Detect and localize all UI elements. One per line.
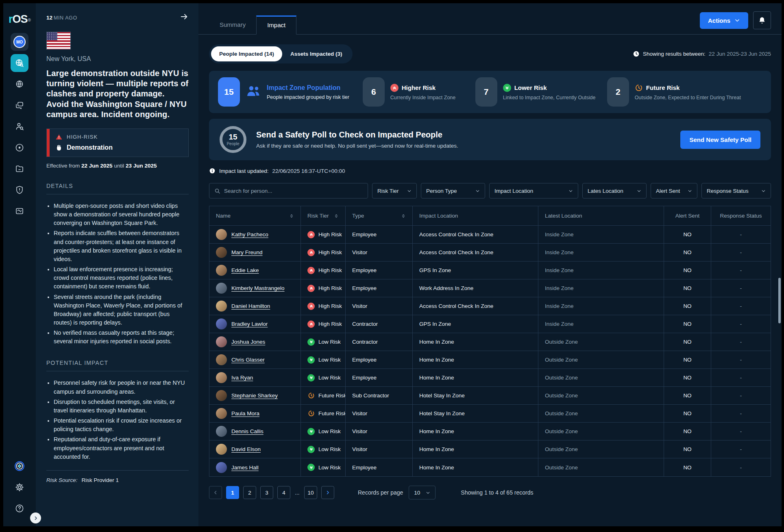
person-name-link[interactable]: Chris Glasser xyxy=(231,357,265,363)
table-header-row: Name Risk Tier Type Impact Location Late… xyxy=(209,206,771,226)
table-row[interactable]: Bradley Lawlor High xyxy=(209,315,771,333)
sidebar-item-settings[interactable] xyxy=(3,477,36,498)
table-row[interactable]: Chris Glasser Low R xyxy=(209,351,771,369)
filter-dropdown[interactable]: Response Status xyxy=(701,183,771,198)
filter-dropdown[interactable]: Alert Sent xyxy=(651,183,697,198)
person-name-link[interactable]: Kathy Pacheco xyxy=(231,231,268,238)
records-per-page-select[interactable]: 10 xyxy=(409,486,436,499)
tab-summary[interactable]: Summary xyxy=(209,15,256,35)
stat-item: 15 xyxy=(218,77,357,107)
person-type: Employee xyxy=(346,351,413,368)
table-row[interactable]: Kimberly Mastrangelo xyxy=(209,279,771,297)
impact-location: Hotel Stay In Zone xyxy=(413,387,538,404)
people-impacted-pill[interactable]: People Impacted (14) xyxy=(211,46,282,61)
filter-dropdown[interactable]: Lates Location xyxy=(582,183,647,198)
table-row[interactable]: Paula Mora Future R xyxy=(209,405,771,423)
search-input[interactable] xyxy=(224,188,363,194)
table-row[interactable]: Dennis Callis Low R xyxy=(209,423,771,440)
person-type: Visitor xyxy=(346,244,413,261)
risk-tier-label: High Risk xyxy=(318,285,342,291)
response-status: - xyxy=(711,262,771,279)
person-search-field[interactable] xyxy=(209,183,368,198)
person-name-link[interactable]: James Hall xyxy=(231,464,259,471)
page-button[interactable]: 1 xyxy=(226,486,239,499)
sidebar-item-files[interactable] xyxy=(3,158,36,179)
arrow-right-icon xyxy=(180,12,189,21)
impact-location: Home In Zone xyxy=(413,351,538,368)
col-risk-tier[interactable]: Risk Tier xyxy=(301,206,346,225)
people-table: Name Risk Tier Type Impact Location Late… xyxy=(209,206,771,477)
filter-dropdown[interactable]: Person Type xyxy=(421,183,485,198)
sidebar-item-global-search[interactable] xyxy=(3,52,36,74)
sidebar-item-emblem[interactable] xyxy=(3,456,36,477)
sidebar-item-inbox[interactable] xyxy=(3,201,36,222)
person-name-link[interactable]: Daniel Hamilton xyxy=(231,303,270,309)
person-name-link[interactable]: David Elson xyxy=(231,446,261,452)
impact-stats-card: 15 xyxy=(209,71,771,113)
risk-tier-label: Low Risk xyxy=(318,375,341,381)
page-button[interactable]: ... xyxy=(294,486,300,499)
person-name-link[interactable]: Joshua Jones xyxy=(231,339,265,345)
page-button[interactable]: 3 xyxy=(260,486,273,499)
notifications-button[interactable] xyxy=(753,11,771,29)
impact-location: GPS In Zone xyxy=(413,262,538,279)
open-incident-arrow[interactable] xyxy=(180,12,189,23)
col-name[interactable]: Name xyxy=(209,206,301,225)
inbox-wave-icon xyxy=(15,206,24,216)
high-risk-icon xyxy=(307,285,315,292)
person-name-link[interactable]: Iva Ryan xyxy=(231,375,253,381)
table-row[interactable]: Iva Ryan Low Risk xyxy=(209,369,771,387)
page-button[interactable]: 2 xyxy=(243,486,256,499)
table-row[interactable]: Daniel Hamilton Hig xyxy=(209,297,771,315)
latest-location: Outside Zone xyxy=(538,387,664,404)
expand-panel-button[interactable] xyxy=(30,512,41,523)
sidebar-item-travel[interactable] xyxy=(3,74,36,95)
person-name-link[interactable]: Eddie Lake xyxy=(231,267,259,273)
table-row[interactable]: James Hall Low Risk xyxy=(209,458,771,476)
stat-count: 7 xyxy=(475,77,497,107)
send-safety-poll-button[interactable]: Send New Safety Poll xyxy=(680,131,760,149)
sort-icon xyxy=(334,214,339,218)
person-name-link[interactable]: Paula Mora xyxy=(231,410,259,416)
col-type[interactable]: Type xyxy=(346,206,413,225)
chevron-down-icon xyxy=(475,189,480,193)
person-name-link[interactable]: Bradley Lawlor xyxy=(231,321,268,327)
avatar xyxy=(216,265,227,276)
tab-impact[interactable]: Impact xyxy=(256,15,296,35)
table-row[interactable]: Mary Freund High Ri xyxy=(209,244,771,262)
table-row[interactable]: Kathy Pacheco High xyxy=(209,226,771,244)
response-status: - xyxy=(711,369,771,386)
avatar xyxy=(216,301,227,312)
sidebar-item-locations[interactable] xyxy=(3,137,36,158)
filter-dropdown[interactable]: Impact Location xyxy=(489,183,578,198)
poll-subtitle: Ask if they are safe or need help. No po… xyxy=(256,143,458,149)
person-name-link[interactable]: Stephanie Sharkey xyxy=(231,392,278,399)
next-page-button[interactable] xyxy=(321,486,334,499)
sidebar-item-monitor-avatar[interactable]: MO xyxy=(3,31,36,52)
assets-impacted-pill[interactable]: Assets Impacted (3) xyxy=(282,46,351,61)
sidebar-item-people-search[interactable] xyxy=(3,116,36,137)
avatar xyxy=(216,426,227,437)
travel-globe-icon xyxy=(15,79,24,89)
risk-tier-label: Low Risk xyxy=(318,464,341,471)
prev-page-button[interactable] xyxy=(209,486,222,499)
actions-button[interactable]: Actions xyxy=(700,12,748,29)
page-button[interactable]: 4 xyxy=(277,486,290,499)
sidebar-item-messages[interactable] xyxy=(3,95,36,116)
scrollbar-thumb[interactable] xyxy=(778,278,781,323)
filter-dropdown[interactable]: Risk Tier xyxy=(372,183,417,198)
sidebar-item-risk-shield[interactable] xyxy=(3,179,36,201)
page-button[interactable]: 10 xyxy=(304,486,317,499)
table-row[interactable]: David Elson Low Ris xyxy=(209,440,771,458)
bell-icon xyxy=(758,16,766,24)
risk-tier-label: Low Risk xyxy=(318,357,341,363)
person-name-link[interactable]: Mary Freund xyxy=(231,249,263,255)
table-row[interactable]: Joshua Jones Low Ri xyxy=(209,333,771,351)
person-name-link[interactable]: Kimberly Mastrangelo xyxy=(231,285,285,291)
chevron-down-icon xyxy=(407,189,412,193)
latest-location: Outside Zone xyxy=(538,351,664,368)
chevron-down-icon xyxy=(426,491,430,495)
person-name-link[interactable]: Dennis Callis xyxy=(231,428,264,434)
table-row[interactable]: Eddie Lake High Ris xyxy=(209,262,771,279)
table-row[interactable]: Stephanie Sharkey F xyxy=(209,387,771,405)
